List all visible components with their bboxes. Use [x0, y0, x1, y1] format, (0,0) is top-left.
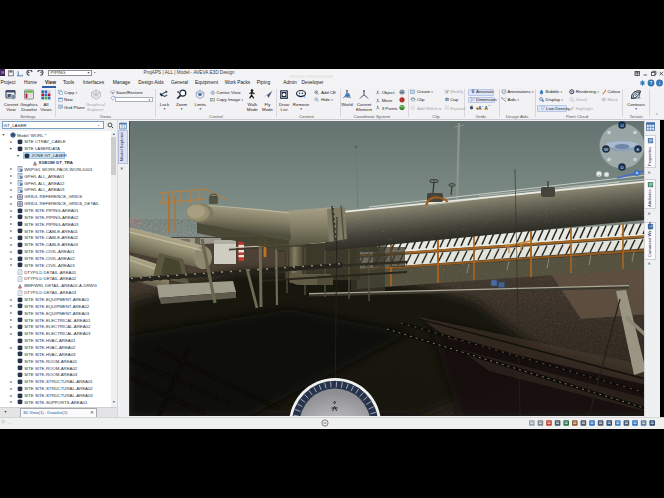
- svg-text:D: D: [620, 165, 623, 170]
- svg-text:U: U: [620, 123, 623, 128]
- svg-text:⃞: ⃞: [470, 97, 472, 101]
- svg-text:i: i: [659, 81, 660, 86]
- svg-text:E: E: [636, 147, 639, 152]
- svg-text:?: ?: [650, 80, 653, 86]
